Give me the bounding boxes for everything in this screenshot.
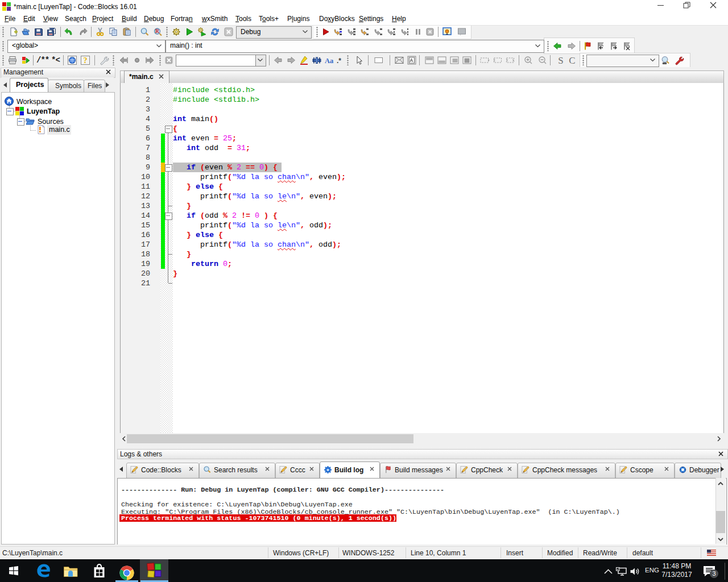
- svg-text:?: ?: [84, 56, 88, 65]
- svg-text:Aa: Aa: [325, 57, 334, 65]
- svg-text:R: R: [155, 28, 159, 34]
- svg-text:.*: .*: [337, 57, 341, 65]
- svg-text:S: S: [558, 55, 563, 66]
- svg-text:*<: *<: [51, 56, 60, 65]
- svg-text:C: C: [569, 55, 575, 66]
- svg-text:/**: /**: [36, 56, 49, 65]
